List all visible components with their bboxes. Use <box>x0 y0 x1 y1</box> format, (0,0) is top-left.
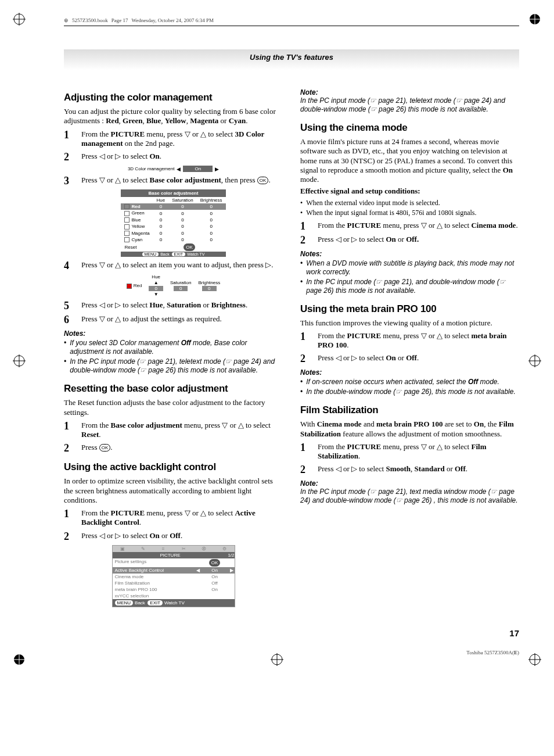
step-m1: 1 From the PICTURE menu, press ▽ or △ to… <box>300 331 519 350</box>
step-2: 2 Press ◁ or ▷ to select On. <box>64 152 283 162</box>
step-5: 5 Press ◁ or ▷ to select Hue, Saturation… <box>64 300 283 311</box>
notes-heading: Note: <box>300 479 519 488</box>
header-file: 5257Z3500.book <box>72 17 108 23</box>
note-item: In the PC input mode (☞ page 21), text m… <box>300 488 519 505</box>
left-column: Adjusting the color management You can a… <box>64 84 283 611</box>
bullet-item: •When the input signal format is 480i, 5… <box>300 209 519 217</box>
table-row: Green000 <box>121 210 225 216</box>
step-c2: 2 Press ◁ or ▷ to select On or Off. <box>300 235 519 245</box>
section-banner: Using the TV's features <box>64 49 519 70</box>
note-item: •If you select 3D Color management Off m… <box>64 339 283 356</box>
heading-metabrain: Using the meta brain PRO 100 <box>300 303 519 315</box>
heading-cinema: Using the cinema mode <box>300 122 519 134</box>
intro-color-mgmt: You can adjust the picture color quality… <box>64 107 283 126</box>
menu-row: Active Backlight ControlOn <box>113 567 235 574</box>
intro-reset: The Reset function adjusts the base colo… <box>64 398 283 417</box>
osd-base-color-table: Base color adjustment Hue Saturation Bri… <box>121 189 225 257</box>
header-timestamp: Wednesday, October 24, 2007 6:34 PM <box>132 17 214 23</box>
ok-button-icon: OK <box>99 444 111 452</box>
step-6: 6 Press ▽ or △ to adjust the settings as… <box>64 314 283 325</box>
registration-mark-icon <box>13 354 26 367</box>
step-m2: 2 Press ◁ or ▷ to select On or Off. <box>300 353 519 364</box>
table-row: Blue000 <box>121 217 225 223</box>
step-1: 1 From the PICTURE menu, press ▽ or △ to… <box>64 130 283 149</box>
notes-heading: Note: <box>300 88 519 96</box>
menu-row: Film StabilizationOff <box>113 580 235 586</box>
step-c1: 1 From the PICTURE menu, press ▽ or △ to… <box>300 221 519 231</box>
note-item: In the PC input mode (☞ page 21), telete… <box>300 96 519 114</box>
note-item: •In the PC input mode (☞ page 21), telet… <box>64 357 283 375</box>
osd-tabs: ▣✎≡✂⦿⚙ <box>113 546 235 552</box>
notes-heading: Notes: <box>64 329 283 338</box>
registration-mark-icon <box>528 354 541 367</box>
intro-backlight: In order to optimize screen visibility, … <box>64 476 283 505</box>
registration-mark-icon <box>271 653 283 666</box>
intro-cinema: A movie film's picture runs at 24 frames… <box>300 137 519 184</box>
note-item: •In the double-window mode (☞ page 26), … <box>300 388 519 396</box>
note-item: •When a DVD movie with subtitle is playi… <box>300 259 519 277</box>
menu-row: meta brain PRO 100On <box>113 586 235 593</box>
ok-button-icon: OK <box>257 177 269 184</box>
notes-heading: Notes: <box>300 250 519 258</box>
triangle-down-icon: ▼ <box>154 292 159 297</box>
menu-row: Cinema modeOn <box>113 574 235 580</box>
note-item: •In the PC input mode (☞ page 21), and d… <box>300 278 519 295</box>
table-row: Yellow000 <box>121 223 225 230</box>
notes-heading: Notes: <box>300 368 519 377</box>
triangle-up-icon: ▲ <box>154 280 159 285</box>
menu-row: xvYCC selection <box>113 593 235 599</box>
step-r2: 2 Press OK. <box>64 443 283 453</box>
doc-header: ⊕ 5257Z3500.book Page 17 Wednesday, Octo… <box>64 17 519 26</box>
registration-mark-icon <box>528 13 541 26</box>
step-3: 3 Press ▽ or △ to select Base color adju… <box>64 175 283 186</box>
registration-mark-icon <box>13 653 26 666</box>
heading-backlight: Using the active backlight control <box>64 461 283 473</box>
heading-film-stab: Film Stabilization <box>300 404 519 416</box>
triangle-left-icon: ◀ <box>177 166 181 172</box>
registration-mark-icon <box>528 653 541 666</box>
triangle-right-icon: ▶ <box>215 166 219 172</box>
table-row: Red000 <box>121 203 225 210</box>
footer-model: Toshiba 5257Z3500A(E) <box>64 650 519 655</box>
step-r1: 1 From the Base color adjustment menu, p… <box>64 421 283 440</box>
table-row: Magenta000 <box>121 230 225 237</box>
bullet-item: •When the external video input mode is s… <box>300 199 519 207</box>
osd-footer: MENUBack EXITWatch TV <box>113 599 235 607</box>
book-icon: ⊕ <box>64 17 69 23</box>
heading-color-mgmt: Adjusting the color management <box>64 92 283 103</box>
header-page: Page 17 <box>111 17 128 23</box>
heading-reset: Resetting the base color adjustment <box>64 383 283 395</box>
color-swatch <box>124 204 129 209</box>
note-item: •If on-screen noise occurs when activate… <box>300 378 519 386</box>
step-a2: 2 Press ◁ or ▷ to select On or Off. <box>64 531 283 542</box>
intro-film-stab: With Cinema mode and meta brain PRO 100 … <box>300 420 519 439</box>
osd-footer: MENUBack EXITWatch TV <box>121 252 225 257</box>
menu-row: Picture settingsOK <box>113 558 235 567</box>
step-a1: 1 From the PICTURE menu, press ▽ or △ to… <box>64 508 283 528</box>
registration-mark-icon <box>13 13 26 26</box>
right-column: Note: In the PC input mode (☞ page 21), … <box>300 84 519 611</box>
step-4: 4 Press ▽ or △ to select an item you wan… <box>64 260 283 271</box>
page-number: 17 <box>64 628 519 638</box>
step-f1: 1 From the PICTURE menu, press ▽ or △ to… <box>300 442 519 461</box>
intro-metabrain: This function improves the viewing quali… <box>300 318 519 328</box>
table-row: Cyan000 <box>121 237 225 243</box>
subheading-effective: Effective signal and setup conditions: <box>300 187 519 196</box>
osd-hue-row: Red Hue▲0▼ Saturation0 Brightness0 <box>64 274 283 297</box>
osd-3d-color-strip: 3D Color management ◀ On ▶ <box>64 166 283 172</box>
step-f2: 2 Press ◁ or ▷ to select Smooth, Standar… <box>300 464 519 475</box>
osd-picture-menu: ▣✎≡✂⦿⚙ PICTURE1/2 Picture settingsOK Act… <box>112 545 235 607</box>
